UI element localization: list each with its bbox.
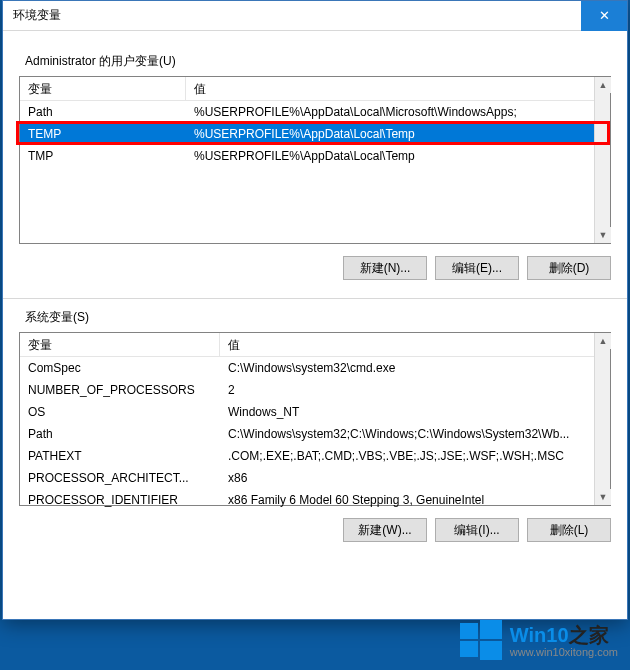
system-scrollbar[interactable]: ▲ ▼	[594, 333, 610, 505]
scroll-down-icon[interactable]: ▼	[595, 489, 611, 505]
system-delete-button[interactable]: 删除(L)	[527, 518, 611, 542]
cell-var-name: PROCESSOR_IDENTIFIER	[20, 493, 220, 507]
table-row[interactable]: NUMBER_OF_PROCESSORS2	[20, 379, 610, 401]
close-icon: ✕	[599, 8, 610, 23]
table-row[interactable]: OSWindows_NT	[20, 401, 610, 423]
cell-var-name: Path	[20, 105, 186, 119]
svg-rect-0	[460, 623, 478, 639]
cell-var-name: OS	[20, 405, 220, 419]
table-row[interactable]: PROCESSOR_ARCHITECT...x86	[20, 467, 610, 489]
system-vars-rows: ComSpecC:\Windows\system32\cmd.exeNUMBER…	[20, 357, 610, 511]
col-header-name[interactable]: 变量	[20, 333, 220, 356]
cell-var-name: TEMP	[20, 127, 186, 141]
system-vars-list[interactable]: 变量 值 ComSpecC:\Windows\system32\cmd.exeN…	[19, 332, 611, 506]
system-vars-buttons: 新建(W)... 编辑(I)... 删除(L)	[19, 518, 611, 542]
cell-var-name: TMP	[20, 149, 186, 163]
scroll-down-icon[interactable]: ▼	[595, 227, 611, 243]
table-row[interactable]: PathC:\Windows\system32;C:\Windows;C:\Wi…	[20, 423, 610, 445]
cell-var-name: ComSpec	[20, 361, 220, 375]
section-divider	[3, 298, 627, 299]
cell-var-value: C:\Windows\system32\cmd.exe	[220, 361, 610, 375]
svg-rect-2	[460, 641, 478, 657]
scroll-up-icon[interactable]: ▲	[595, 77, 611, 93]
user-vars-header: 变量 值	[20, 77, 610, 101]
titlebar[interactable]: 环境变量 ✕	[3, 1, 627, 31]
svg-rect-3	[480, 641, 502, 660]
table-row[interactable]: TEMP%USERPROFILE%\AppData\Local\Temp	[20, 123, 610, 145]
table-row[interactable]: TMP%USERPROFILE%\AppData\Local\Temp	[20, 145, 610, 167]
user-scrollbar[interactable]: ▲ ▼	[594, 77, 610, 243]
watermark-url: www.win10xitong.com	[510, 646, 618, 658]
scroll-up-icon[interactable]: ▲	[595, 333, 611, 349]
table-row[interactable]: Path%USERPROFILE%\AppData\Local\Microsof…	[20, 101, 610, 123]
cell-var-value: 2	[220, 383, 610, 397]
system-vars-header: 变量 值	[20, 333, 610, 357]
cell-var-value: C:\Windows\system32;C:\Windows;C:\Window…	[220, 427, 610, 441]
watermark-brand-suffix: 之家	[569, 624, 609, 646]
cell-var-value: x86 Family 6 Model 60 Stepping 3, Genuin…	[220, 493, 610, 507]
system-edit-button[interactable]: 编辑(I)...	[435, 518, 519, 542]
cell-var-name: PATHEXT	[20, 449, 220, 463]
cell-var-value: x86	[220, 471, 610, 485]
window-title: 环境变量	[3, 7, 581, 24]
user-vars-label: Administrator 的用户变量(U)	[25, 53, 611, 70]
env-vars-dialog: 环境变量 ✕ Administrator 的用户变量(U) 变量 值 Path%…	[2, 0, 628, 620]
watermark: Win10之家 www.win10xitong.com	[460, 620, 618, 662]
watermark-text: Win10之家 www.win10xitong.com	[510, 624, 618, 658]
cell-var-name: Path	[20, 427, 220, 441]
client-area: Administrator 的用户变量(U) 变量 值 Path%USERPRO…	[3, 31, 627, 542]
windows-logo-icon	[460, 620, 502, 662]
user-new-button[interactable]: 新建(N)...	[343, 256, 427, 280]
user-delete-button[interactable]: 删除(D)	[527, 256, 611, 280]
cell-var-value: .COM;.EXE;.BAT;.CMD;.VBS;.VBE;.JS;.JSE;.…	[220, 449, 610, 463]
cell-var-value: %USERPROFILE%\AppData\Local\Temp	[186, 127, 610, 141]
system-vars-label: 系统变量(S)	[25, 309, 611, 326]
table-row[interactable]: PROCESSOR_IDENTIFIERx86 Family 6 Model 6…	[20, 489, 610, 511]
close-button[interactable]: ✕	[581, 1, 627, 31]
cell-var-name: PROCESSOR_ARCHITECT...	[20, 471, 220, 485]
cell-var-value: %USERPROFILE%\AppData\Local\Temp	[186, 149, 610, 163]
col-header-value[interactable]: 值	[220, 333, 610, 356]
user-edit-button[interactable]: 编辑(E)...	[435, 256, 519, 280]
table-row[interactable]: PATHEXT.COM;.EXE;.BAT;.CMD;.VBS;.VBE;.JS…	[20, 445, 610, 467]
system-new-button[interactable]: 新建(W)...	[343, 518, 427, 542]
user-vars-buttons: 新建(N)... 编辑(E)... 删除(D)	[19, 256, 611, 280]
user-vars-list[interactable]: 变量 值 Path%USERPROFILE%\AppData\Local\Mic…	[19, 76, 611, 244]
cell-var-value: Windows_NT	[220, 405, 610, 419]
col-header-name[interactable]: 变量	[20, 77, 186, 100]
svg-rect-1	[480, 620, 502, 639]
user-vars-rows: Path%USERPROFILE%\AppData\Local\Microsof…	[20, 101, 610, 167]
table-row[interactable]: ComSpecC:\Windows\system32\cmd.exe	[20, 357, 610, 379]
cell-var-value: %USERPROFILE%\AppData\Local\Microsoft\Wi…	[186, 105, 610, 119]
watermark-brand-prefix: Win10	[510, 624, 569, 646]
cell-var-name: NUMBER_OF_PROCESSORS	[20, 383, 220, 397]
col-header-value[interactable]: 值	[186, 77, 610, 100]
